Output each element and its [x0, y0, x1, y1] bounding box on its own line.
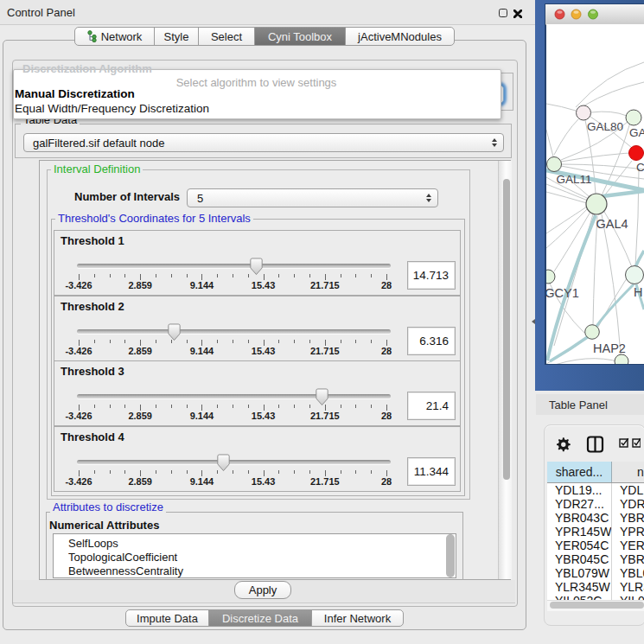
svg-text:HAP2: HAP2	[593, 341, 626, 355]
svg-text:C: C	[636, 161, 644, 174]
svg-text:GAL11: GAL11	[556, 173, 591, 186]
svg-text:GCY1: GCY1	[546, 286, 579, 300]
svg-text:GA: GA	[629, 126, 644, 139]
svg-text:GAL4: GAL4	[596, 217, 628, 231]
svg-text:H: H	[634, 285, 642, 299]
svg-text:GAL80: GAL80	[587, 120, 623, 133]
